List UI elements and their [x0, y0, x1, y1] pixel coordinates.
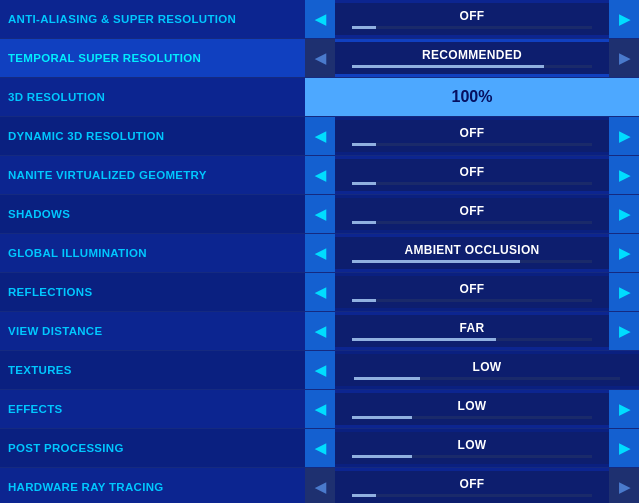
- setting-control-shadows: ◀OFF▶: [305, 195, 639, 233]
- setting-label-nanite: NANITE VIRTUALIZED GEOMETRY: [0, 169, 305, 181]
- setting-control-3d-resolution: 100%: [305, 78, 639, 116]
- settings-container: ANTI-ALIASING & SUPER RESOLUTION◀OFF▶TEM…: [0, 0, 639, 503]
- bar-track-global-illumination: [352, 260, 591, 263]
- setting-row-effects: EFFECTS◀LOW▶: [0, 390, 639, 429]
- left-arrow-view-distance[interactable]: ◀: [305, 312, 335, 350]
- right-arrow-anti-aliasing[interactable]: ▶: [609, 0, 639, 38]
- right-arrow-global-illumination[interactable]: ▶: [609, 234, 639, 272]
- value-text-nanite: OFF: [460, 165, 485, 179]
- left-arrow-effects[interactable]: ◀: [305, 390, 335, 428]
- left-arrow-global-illumination[interactable]: ◀: [305, 234, 335, 272]
- value-box-anti-aliasing: OFF: [335, 3, 609, 35]
- bar-track-textures: [354, 377, 620, 380]
- bar-track-effects: [352, 416, 591, 419]
- right-arrow-shadows[interactable]: ▶: [609, 195, 639, 233]
- right-arrow-view-distance[interactable]: ▶: [609, 312, 639, 350]
- value-text-temporal-super-resolution: RECOMMENDED: [422, 48, 522, 62]
- right-arrow-reflections[interactable]: ▶: [609, 273, 639, 311]
- left-arrow-anti-aliasing[interactable]: ◀: [305, 0, 335, 38]
- value-text-effects: LOW: [458, 399, 487, 413]
- bar-fill-textures: [354, 377, 421, 380]
- value-box-dynamic-3d-resolution: OFF: [335, 120, 609, 152]
- bar-fill-nanite: [352, 182, 376, 185]
- value-box-post-processing: LOW: [335, 432, 609, 464]
- bar-track-reflections: [352, 299, 591, 302]
- left-arrow-nanite[interactable]: ◀: [305, 156, 335, 194]
- setting-control-post-processing: ◀LOW▶: [305, 429, 639, 467]
- setting-row-view-distance: VIEW DISTANCE◀FAR▶: [0, 312, 639, 351]
- value-text-post-processing: LOW: [458, 438, 487, 452]
- value-box-global-illumination: AMBIENT OCCLUSION: [335, 237, 609, 269]
- left-arrow-textures[interactable]: ◀: [305, 351, 335, 389]
- resolution-value-box: 100%: [305, 78, 639, 116]
- right-arrow-temporal-super-resolution[interactable]: ▶: [609, 39, 639, 77]
- setting-control-anti-aliasing: ◀OFF▶: [305, 0, 639, 38]
- value-text-textures: LOW: [473, 360, 502, 374]
- left-arrow-dynamic-3d-resolution[interactable]: ◀: [305, 117, 335, 155]
- setting-label-anti-aliasing: ANTI-ALIASING & SUPER RESOLUTION: [0, 13, 305, 25]
- right-arrow-hardware-ray-tracing[interactable]: ▶: [609, 468, 639, 503]
- bar-fill-temporal-super-resolution: [352, 65, 544, 68]
- bar-track-dynamic-3d-resolution: [352, 143, 591, 146]
- setting-row-anti-aliasing: ANTI-ALIASING & SUPER RESOLUTION◀OFF▶: [0, 0, 639, 39]
- bar-fill-view-distance: [352, 338, 496, 341]
- setting-row-dynamic-3d-resolution: DYNAMIC 3D RESOLUTION◀OFF▶: [0, 117, 639, 156]
- value-box-view-distance: FAR: [335, 315, 609, 347]
- bar-track-view-distance: [352, 338, 591, 341]
- right-arrow-effects[interactable]: ▶: [609, 390, 639, 428]
- setting-label-dynamic-3d-resolution: DYNAMIC 3D RESOLUTION: [0, 130, 305, 142]
- bar-fill-reflections: [352, 299, 376, 302]
- bar-fill-shadows: [352, 221, 376, 224]
- bar-track-hardware-ray-tracing: [352, 494, 591, 497]
- left-arrow-reflections[interactable]: ◀: [305, 273, 335, 311]
- value-text-anti-aliasing: OFF: [460, 9, 485, 23]
- setting-label-view-distance: VIEW DISTANCE: [0, 325, 305, 337]
- bar-track-temporal-super-resolution: [352, 65, 591, 68]
- setting-control-global-illumination: ◀AMBIENT OCCLUSION▶: [305, 234, 639, 272]
- setting-label-post-processing: POST PROCESSING: [0, 442, 305, 454]
- left-arrow-shadows[interactable]: ◀: [305, 195, 335, 233]
- left-arrow-temporal-super-resolution[interactable]: ◀: [305, 39, 335, 77]
- setting-label-global-illumination: GLOBAL ILLUMINATION: [0, 247, 305, 259]
- setting-control-effects: ◀LOW▶: [305, 390, 639, 428]
- setting-control-view-distance: ◀FAR▶: [305, 312, 639, 350]
- setting-label-temporal-super-resolution: TEMPORAL SUPER RESOLUTION: [0, 52, 305, 64]
- setting-label-effects: EFFECTS: [0, 403, 305, 415]
- setting-control-reflections: ◀OFF▶: [305, 273, 639, 311]
- setting-control-textures: ◀LOW: [305, 351, 639, 389]
- value-text-hardware-ray-tracing: OFF: [460, 477, 485, 491]
- setting-control-dynamic-3d-resolution: ◀OFF▶: [305, 117, 639, 155]
- right-arrow-nanite[interactable]: ▶: [609, 156, 639, 194]
- value-text-global-illumination: AMBIENT OCCLUSION: [404, 243, 539, 257]
- bar-track-nanite: [352, 182, 591, 185]
- value-box-nanite: OFF: [335, 159, 609, 191]
- bar-track-shadows: [352, 221, 591, 224]
- bar-fill-global-illumination: [352, 260, 520, 263]
- setting-label-hardware-ray-tracing: HARDWARE RAY TRACING: [0, 481, 305, 493]
- right-arrow-post-processing[interactable]: ▶: [609, 429, 639, 467]
- value-box-effects: LOW: [335, 393, 609, 425]
- setting-row-global-illumination: GLOBAL ILLUMINATION◀AMBIENT OCCLUSION▶: [0, 234, 639, 273]
- setting-label-3d-resolution: 3D RESOLUTION: [0, 91, 305, 103]
- setting-row-nanite: NANITE VIRTUALIZED GEOMETRY◀OFF▶: [0, 156, 639, 195]
- value-text-reflections: OFF: [460, 282, 485, 296]
- bar-fill-effects: [352, 416, 412, 419]
- bar-fill-dynamic-3d-resolution: [352, 143, 376, 146]
- value-text-shadows: OFF: [460, 204, 485, 218]
- setting-label-textures: TEXTURES: [0, 364, 305, 376]
- value-box-shadows: OFF: [335, 198, 609, 230]
- setting-row-shadows: SHADOWS◀OFF▶: [0, 195, 639, 234]
- right-arrow-dynamic-3d-resolution[interactable]: ▶: [609, 117, 639, 155]
- left-arrow-post-processing[interactable]: ◀: [305, 429, 335, 467]
- bar-fill-anti-aliasing: [352, 26, 376, 29]
- resolution-value-text: 100%: [452, 88, 493, 106]
- value-box-textures: LOW: [335, 354, 639, 386]
- setting-control-hardware-ray-tracing: ◀OFF▶: [305, 468, 639, 503]
- bar-track-anti-aliasing: [352, 26, 591, 29]
- left-arrow-hardware-ray-tracing[interactable]: ◀: [305, 468, 335, 503]
- bar-fill-post-processing: [352, 455, 412, 458]
- value-text-view-distance: FAR: [460, 321, 485, 335]
- value-box-temporal-super-resolution: RECOMMENDED: [335, 42, 609, 74]
- value-box-hardware-ray-tracing: OFF: [335, 471, 609, 503]
- setting-row-textures: TEXTURES◀LOW: [0, 351, 639, 390]
